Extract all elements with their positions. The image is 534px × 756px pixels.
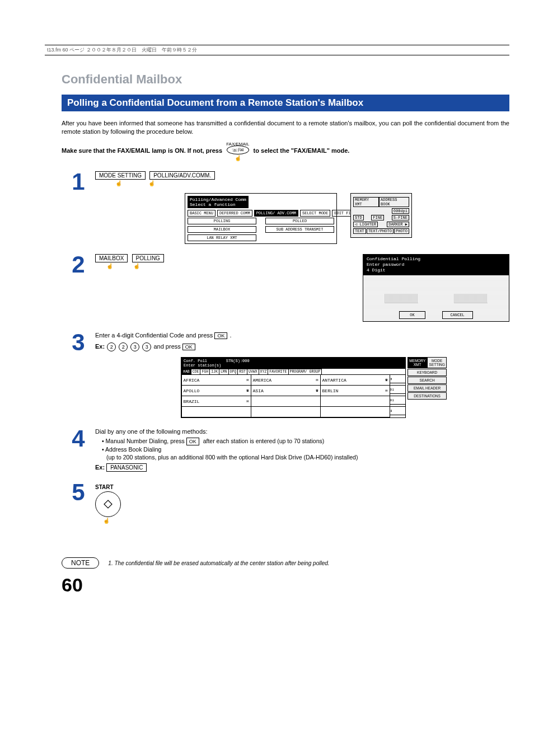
tab-ab[interactable]: #AB (181, 369, 191, 375)
panasonic-button[interactable]: PANASONIC (106, 463, 147, 472)
option-sub-address[interactable]: SUB ADDRESS TRANSMIT (265, 226, 334, 233)
hand-icon: ☝ (226, 155, 249, 161)
option-polling[interactable]: POLLING (188, 218, 256, 224)
bullet-manual-dial: • Manual Number Dialing, press OK after … (102, 437, 509, 445)
tab-uvwx[interactable]: UVWX (247, 369, 259, 375)
tab-deferred[interactable]: DEFERRED COMM (217, 210, 252, 217)
mailbox-button[interactable]: MAILBOX (95, 254, 128, 262)
password-field-1[interactable] (385, 294, 418, 303)
station-brazil[interactable]: BRAZIL✉ (181, 396, 251, 407)
page-indicator: 01 (390, 385, 406, 394)
darker[interactable]: DARKER ▶ (387, 222, 409, 227)
step-5: 5 START ☝ (62, 482, 509, 524)
tab-program[interactable]: PROGRAM/ GROUP (288, 369, 322, 375)
fax-icon: ☎ (385, 378, 387, 382)
scroll-down[interactable]: ⬇ (390, 406, 406, 415)
mode-photo[interactable]: PHOTO (394, 228, 409, 234)
key-2[interactable]: 2 (119, 342, 128, 351)
password-screen: Confidential Polling Enter password 4 Di… (363, 254, 509, 322)
station-berlin[interactable]: BERLIN✉ (320, 385, 390, 396)
side-mode-setting[interactable]: MODE SETTING (427, 357, 447, 368)
note-text: 1. The confidential file will be erased … (108, 560, 329, 566)
ok-button[interactable]: OK (399, 311, 425, 319)
mode-instruction: Make sure that the FAX/EMAIL lamp is ON.… (62, 142, 509, 161)
step-3: 3 Enter a 4-digit Confidential Code and … (62, 332, 509, 418)
station-asia[interactable]: ASIA☎ (251, 385, 321, 396)
option-lan-relay[interactable]: LAN RELAY XMT (188, 234, 256, 241)
cancel-button[interactable]: CANCEL (442, 311, 473, 319)
station-empty[interactable] (181, 406, 251, 417)
step-number-2: 2 (62, 254, 95, 275)
side-panel: MEMORY XMTADDRESS BOOK 600dpi STDFINES-F… (350, 193, 412, 238)
tab-select-mode[interactable]: SELECT MODE (300, 210, 330, 217)
station-america[interactable]: AMERICA✉ (251, 374, 321, 386)
hand-icon: ☝ ☝ (106, 263, 166, 269)
diamond-icon (104, 500, 113, 509)
tab-ijk[interactable]: IJK (209, 369, 219, 375)
station-antartica[interactable]: ANTARTICA☎ (320, 374, 390, 386)
tab-polling-adv[interactable]: POLLING/ ADV.COMM (254, 210, 298, 217)
polling-advcomm-button[interactable]: POLLING/ADV.COMM. (149, 171, 215, 180)
alpha-tabs: #AB CDE FGH IJK LMN OPQ RST UVWX XYZ FAV… (181, 369, 405, 375)
station-africa[interactable]: AFRICA✉ (181, 374, 251, 386)
station-apollo[interactable]: APOLLO☎ (181, 385, 251, 396)
ok-key[interactable]: OK (186, 438, 199, 445)
step-number-5: 5 (62, 482, 95, 503)
side-address-book[interactable]: ADDRESS BOOK (379, 197, 409, 207)
ok-key[interactable]: OK (214, 332, 227, 339)
section-title: Confidential Mailbox (62, 72, 509, 87)
mail-icon: ✉ (246, 399, 249, 403)
res-std[interactable]: STD (353, 215, 364, 220)
key-3[interactable]: 3 (142, 342, 151, 351)
mail-icon: ✉ (316, 378, 318, 382)
side-keyboard[interactable]: KEYBOARD (407, 369, 447, 376)
polling-button[interactable]: POLLING (132, 254, 164, 262)
ok-key[interactable]: OK (182, 344, 195, 350)
tab-fgh[interactable]: FGH (200, 369, 210, 375)
tab-cde[interactable]: CDE (191, 369, 201, 375)
station-empty[interactable] (251, 406, 321, 417)
start-button[interactable]: START ☝ (95, 484, 509, 524)
hand-icon: ☝ ☝ (115, 180, 509, 186)
step-number-1: 1 (62, 171, 95, 192)
side-memory-xmt[interactable]: MEMORY XMT (407, 357, 427, 368)
option-polled[interactable]: POLLED (265, 218, 334, 224)
side-search[interactable]: SEARCH (407, 377, 447, 384)
side-destinations[interactable]: DESTINATIONS (407, 392, 447, 400)
fax-email-button[interactable]: ☏/✉ (227, 145, 249, 154)
polling-adv-screen: Polling/Advanced CommSelect a function B… (185, 193, 337, 244)
mode-text[interactable]: TEXT (353, 228, 366, 234)
side-email-header[interactable]: EMAIL HEADER (407, 384, 447, 392)
res-fine[interactable]: FINE (371, 215, 384, 220)
mail-icon: ✉ (246, 378, 249, 382)
tab-rst[interactable]: RST (237, 369, 247, 375)
side-memory-xmt[interactable]: MEMORY XMT (353, 197, 379, 207)
mode-setting-button[interactable]: MODE SETTING (95, 171, 146, 180)
mode-textphoto[interactable]: TEXT/PHOTO (367, 228, 394, 234)
bullet-address-book: • Address Book Dialing (102, 445, 509, 453)
step4-line: Dial by any one of the following methods… (95, 428, 509, 435)
tab-lmn[interactable]: LMN (219, 369, 229, 375)
key-2[interactable]: 2 (107, 342, 116, 351)
tab-opq[interactable]: OPQ (228, 369, 238, 375)
mode-pre: Make sure that the FAX/EMAIL lamp is ON.… (62, 147, 222, 154)
title-bar: Polling a Confidential Document from a R… (62, 95, 509, 111)
lighter[interactable]: ◁ LIGHTER (353, 222, 378, 227)
password-field-2[interactable] (454, 294, 488, 303)
svg-marker-0 (104, 500, 112, 508)
fax-icon: ☎ (316, 388, 318, 393)
tab-basic-menu[interactable]: BASIC MENU (188, 210, 216, 217)
tab-favorite[interactable]: FAVORITE (268, 369, 288, 375)
screen-tabs: BASIC MENU DEFERRED COMM POLLING/ ADV.CO… (188, 210, 334, 217)
ex-label: Ex: (95, 343, 105, 350)
side-dpi: 600dpi (392, 208, 409, 214)
res-sfine[interactable]: S-FINE (392, 215, 409, 220)
key-3[interactable]: 3 (130, 342, 139, 351)
hand-icon: ☝ (103, 518, 509, 524)
station-empty[interactable] (320, 396, 390, 407)
station-empty[interactable] (251, 396, 321, 407)
station-empty[interactable] (320, 406, 390, 417)
option-mailbox[interactable]: MAILBOX (188, 226, 256, 233)
tab-xyz[interactable]: XYZ (259, 369, 269, 375)
scroll-up[interactable]: ⬆ (390, 374, 406, 383)
